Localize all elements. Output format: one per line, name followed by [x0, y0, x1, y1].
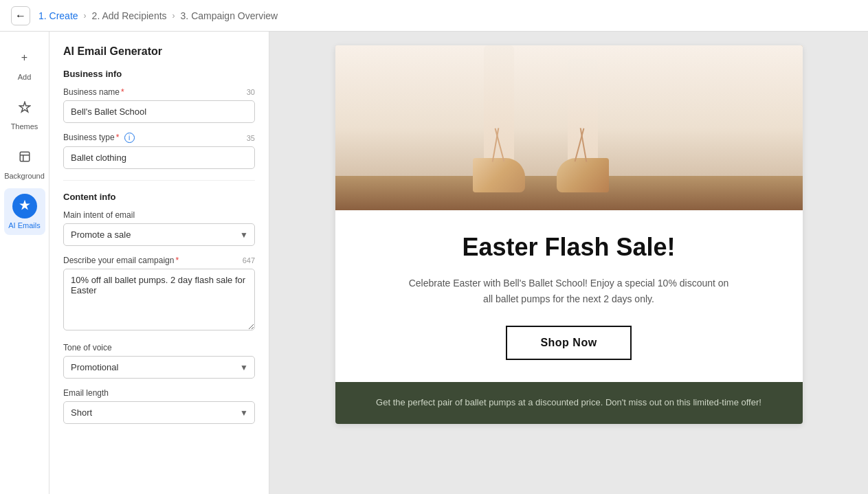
describe-label: Describe your email campaign*: [63, 256, 179, 265]
background-label: Background: [4, 172, 45, 180]
email-cta-button[interactable]: Shop Now: [506, 326, 631, 360]
business-type-group: Business type* i 35: [63, 133, 255, 169]
main-intent-select[interactable]: Promote a sale Newsletter Welcome Announ…: [63, 223, 255, 246]
length-select[interactable]: Short Medium Long: [63, 401, 255, 424]
business-info-title: Business info: [63, 69, 255, 79]
themes-icon: [12, 95, 37, 120]
email-hero-image: [335, 45, 803, 210]
business-type-label: Business type* i: [63, 133, 135, 143]
business-type-input[interactable]: [63, 146, 255, 169]
main-intent-label: Main intent of email: [63, 210, 135, 220]
email-body: Easter Flash Sale! Celebrate Easter with…: [335, 210, 803, 382]
describe-char-count: 647: [243, 256, 255, 265]
add-icon: +: [12, 45, 37, 70]
icon-sidebar: + Add Themes Background AI Emails: [0, 32, 49, 494]
form-title: AI Email Generator: [63, 45, 255, 58]
ai-emails-icon: [12, 194, 37, 218]
info-icon[interactable]: i: [124, 133, 135, 143]
themes-label: Themes: [11, 122, 38, 131]
email-footer: Get the perfect pair of ballet pumps at …: [335, 382, 803, 424]
ai-emails-label: AI Emails: [8, 221, 40, 229]
email-footer-text: Get the perfect pair of ballet pumps at …: [363, 396, 775, 410]
tone-select-wrapper: Promotional Formal Casual Friendly ▼: [63, 356, 255, 379]
main-intent-group: Main intent of email Promote a sale News…: [63, 210, 255, 246]
sidebar-item-ai-emails[interactable]: AI Emails: [4, 188, 45, 235]
length-group: Email length Short Medium Long ▼: [63, 388, 255, 424]
svg-rect-0: [20, 152, 30, 161]
sidebar-item-add[interactable]: + Add: [4, 40, 45, 87]
length-label: Email length: [63, 388, 109, 398]
business-name-input[interactable]: [63, 100, 255, 123]
tone-group: Tone of voice Promotional Formal Casual …: [63, 343, 255, 379]
email-headline: Easter Flash Sale!: [363, 232, 775, 262]
sidebar-item-themes[interactable]: Themes: [4, 89, 45, 136]
tone-label: Tone of voice: [63, 343, 112, 352]
step3-label[interactable]: 3. Campaign Overview: [181, 10, 278, 21]
business-name-group: Business name* 30: [63, 87, 255, 123]
main-wrapper: + Add Themes Background AI Emails AI Ema…: [0, 32, 868, 494]
main-intent-select-wrapper: Promote a sale Newsletter Welcome Announ…: [63, 223, 255, 246]
add-label: Add: [18, 73, 32, 81]
describe-group: Describe your email campaign* 647 10% of…: [63, 256, 255, 333]
back-icon: ←: [15, 10, 26, 22]
preview-panel: Easter Flash Sale! Celebrate Easter with…: [269, 32, 868, 494]
describe-textarea[interactable]: 10% off all ballet pumps. 2 day flash sa…: [63, 269, 255, 330]
business-type-char-count: 35: [247, 134, 255, 142]
background-icon: [12, 144, 37, 169]
email-preview: Easter Flash Sale! Celebrate Easter with…: [335, 45, 803, 424]
step2-label[interactable]: 2. Add Recipients: [92, 10, 167, 21]
tone-select[interactable]: Promotional Formal Casual Friendly: [63, 356, 255, 379]
sidebar-item-background[interactable]: Background: [4, 139, 45, 186]
email-body-text: Celebrate Easter with Bell's Ballet Scho…: [404, 276, 734, 306]
form-panel: AI Email Generator Business info Busines…: [49, 32, 269, 494]
business-name-char-count: 30: [247, 88, 255, 96]
chevron2: ›: [173, 11, 175, 21]
top-nav: ← 1. Create › 2. Add Recipients › 3. Cam…: [0, 0, 868, 32]
content-info-title: Content info: [63, 192, 255, 202]
business-name-label: Business name*: [63, 87, 124, 97]
breadcrumb: 1. Create › 2. Add Recipients › 3. Campa…: [38, 10, 278, 21]
length-select-wrapper: Short Medium Long ▼: [63, 401, 255, 424]
back-button[interactable]: ←: [11, 6, 30, 25]
step1-label[interactable]: 1. Create: [38, 10, 78, 21]
divider1: [63, 180, 255, 181]
chevron1: ›: [84, 11, 87, 21]
